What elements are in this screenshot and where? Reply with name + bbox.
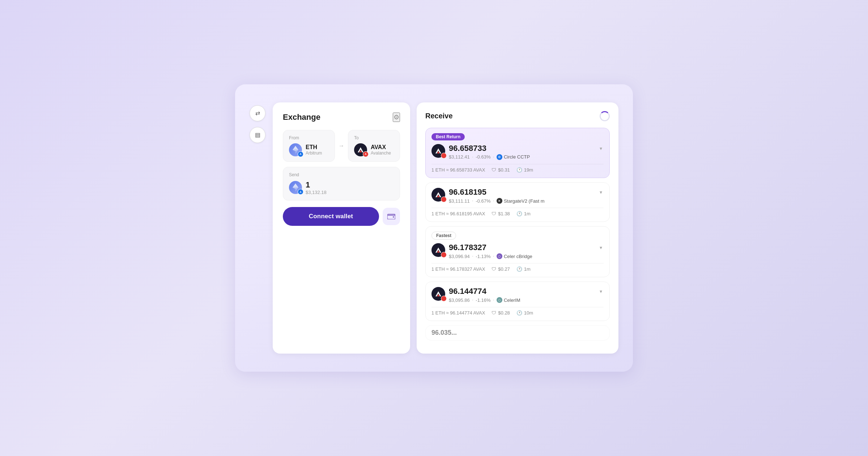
from-token-text: ETH Arbitrum <box>306 144 322 156</box>
route-0-avax-icon <box>431 144 445 158</box>
route-card-1[interactable]: 96.618195 $3,111.11 · -0.67% · ✕ Stargat… <box>425 182 610 222</box>
receive-header: Receive <box>425 111 610 121</box>
exchange-panel: Exchange ⚙ From <box>273 102 410 354</box>
route-3-info: 96.144774 $3,095.86 · -1.16% · ◌ CelerIM <box>449 287 595 303</box>
route-2-change: -1.13% <box>476 254 490 259</box>
route-1-chevron[interactable]: ▾ <box>598 188 604 197</box>
route-3-change: -1.16% <box>476 297 490 303</box>
loading-spinner <box>600 111 610 121</box>
route-0-avax-badge <box>441 153 447 159</box>
route-0-main-row: 96.658733 $3,112.41 · -0.63% · ◎ Circle … <box>431 144 604 160</box>
route-3-rate: 1 ETH ≈ 96.144774 AVAX <box>431 310 485 316</box>
main-container: ⇄ ▤ Exchange ⚙ From <box>235 84 633 372</box>
best-return-badge: Best Return <box>431 133 465 140</box>
route-0-info: 96.658733 $3,112.41 · -0.63% · ◎ Circle … <box>449 144 595 160</box>
route-3-protocol: ◌ CelerIM <box>497 297 520 303</box>
route-0-fee: 🛡 $0.31 <box>492 167 510 173</box>
send-label: Send <box>289 172 394 177</box>
route-3-fee: 🛡 $0.28 <box>492 310 510 316</box>
route-2-rate: 1 ETH ≈ 96.178327 AVAX <box>431 266 485 272</box>
svg-rect-1 <box>393 216 394 218</box>
route-1-usd: $3,111.11 <box>449 198 470 204</box>
document-icon-button[interactable]: ▤ <box>250 127 265 143</box>
route-1-main-row: 96.618195 $3,111.11 · -0.67% · ✕ Stargat… <box>431 188 604 204</box>
send-arbitrum-badge: A <box>298 189 303 195</box>
route-3-main-row: 96.144774 $3,095.86 · -1.16% · ◌ CelerIM… <box>431 287 604 303</box>
route-card-more: 96.035... <box>425 325 610 341</box>
route-0-amount: 96.658733 <box>449 144 595 153</box>
from-to-row: From A ETH <box>283 130 400 162</box>
route-2-protocol: ◌ Celer cBridge <box>497 253 532 259</box>
receive-title: Receive <box>425 112 453 120</box>
swap-icon-button[interactable]: ⇄ <box>250 105 265 121</box>
route-1-info: 96.618195 $3,111.11 · -0.67% · ✕ Stargat… <box>449 188 595 204</box>
celer-protocol-icon: ◌ <box>497 253 502 259</box>
exchange-panel-header: Exchange ⚙ <box>283 113 400 122</box>
route-card-3[interactable]: 96.144774 $3,095.86 · -1.16% · ◌ CelerIM… <box>425 282 610 321</box>
send-usd: $3,132.18 <box>306 190 327 195</box>
route-1-amount: 96.618195 <box>449 188 595 197</box>
route-0-protocol: ◎ Circle CCTP <box>497 154 530 160</box>
route-0-footer: 1 ETH ≈ 96.658733 AVAX 🛡 $0.31 🕐 19m <box>431 164 604 173</box>
route-2-fee: 🛡 $0.27 <box>492 266 510 272</box>
avax-icon-wrap: A <box>354 143 367 156</box>
route-card-0[interactable]: Best Return 96.658733 $3,112.41 · -0.63% <box>425 128 610 178</box>
avalanche-badge: A <box>363 151 369 157</box>
route-1-fee: 🛡 $1.38 <box>492 211 510 216</box>
from-token-box[interactable]: From A ETH <box>283 130 335 162</box>
from-token-info: A ETH Arbitrum <box>289 143 329 156</box>
from-chain-name: Arbitrum <box>306 151 322 156</box>
route-2-amount: 96.178327 <box>449 243 595 252</box>
route-1-protocol: ✕ StargateV2 (Fast m <box>497 198 545 204</box>
from-to-arrow: → <box>339 143 344 149</box>
route-3-sub: $3,095.86 · -1.16% · ◌ CelerIM <box>449 297 595 303</box>
exchange-title: Exchange <box>283 113 320 122</box>
wallet-icon-button[interactable] <box>383 208 400 225</box>
receive-panel: Receive Best Return 96.658733 $3,112.41 <box>417 102 618 354</box>
route-card-2[interactable]: Fastest 96.178327 $3,096.94 · -1.13% · <box>425 226 610 277</box>
route-3-chevron[interactable]: ▾ <box>598 287 604 296</box>
route-0-chevron[interactable]: ▾ <box>598 144 604 153</box>
from-token-name: ETH <box>306 144 322 151</box>
route-1-time: 🕐 1m <box>516 211 531 216</box>
settings-gear-button[interactable]: ⚙ <box>393 113 400 122</box>
circle-protocol-icon: ◎ <box>497 154 502 160</box>
route-1-rate: 1 ETH ≈ 96.618195 AVAX <box>431 211 485 216</box>
connect-row: Connect wallet <box>283 207 400 226</box>
send-amount-wrap: 1 $3,132.18 <box>306 180 327 195</box>
connect-wallet-button[interactable]: Connect wallet <box>283 207 379 226</box>
route-2-sub: $3,096.94 · -1.13% · ◌ Celer cBridge <box>449 253 595 259</box>
send-content: A 1 $3,132.18 <box>289 180 394 195</box>
route-0-usd: $3,112.41 <box>449 154 470 160</box>
to-token-text: AVAX Avalanche <box>371 144 391 156</box>
more-amount: 96.035... <box>431 329 604 337</box>
to-label: To <box>354 135 394 140</box>
route-1-footer: 1 ETH ≈ 96.618195 AVAX 🛡 $1.38 🕐 1m <box>431 208 604 216</box>
to-chain-name: Avalanche <box>371 151 391 156</box>
send-eth-icon-wrap: A <box>289 181 302 194</box>
stargate-protocol-icon: ✕ <box>497 198 502 204</box>
route-1-change: -0.67% <box>476 198 490 204</box>
route-1-avax-badge <box>441 197 447 202</box>
route-1-avax-icon <box>431 188 445 202</box>
route-2-avax-icon <box>431 243 445 257</box>
route-2-info: 96.178327 $3,096.94 · -1.13% · ◌ Celer c… <box>449 243 595 259</box>
from-label: From <box>289 135 329 140</box>
to-token-box[interactable]: To A AVAX Avalanche <box>348 130 400 162</box>
celerim-protocol-icon: ◌ <box>497 297 502 303</box>
fastest-badge: Fastest <box>431 232 456 240</box>
route-2-chevron[interactable]: ▾ <box>598 243 604 252</box>
route-3-footer: 1 ETH ≈ 96.144774 AVAX 🛡 $0.28 🕐 10m <box>431 307 604 316</box>
route-3-amount: 96.144774 <box>449 287 595 296</box>
send-box[interactable]: Send A 1 $3,132.18 <box>283 167 400 200</box>
route-3-usd: $3,095.86 <box>449 297 470 303</box>
route-3-avax-icon <box>431 287 445 301</box>
route-0-sub: $3,112.41 · -0.63% · ◎ Circle CCTP <box>449 154 595 160</box>
route-2-usd: $3,096.94 <box>449 254 470 259</box>
to-token-info: A AVAX Avalanche <box>354 143 394 156</box>
route-2-footer: 1 ETH ≈ 96.178327 AVAX 🛡 $0.27 🕐 1m <box>431 263 604 272</box>
eth-icon-wrap: A <box>289 143 302 156</box>
route-2-avax-badge <box>441 252 447 258</box>
send-amount: 1 <box>306 180 327 190</box>
to-token-name: AVAX <box>371 144 391 151</box>
